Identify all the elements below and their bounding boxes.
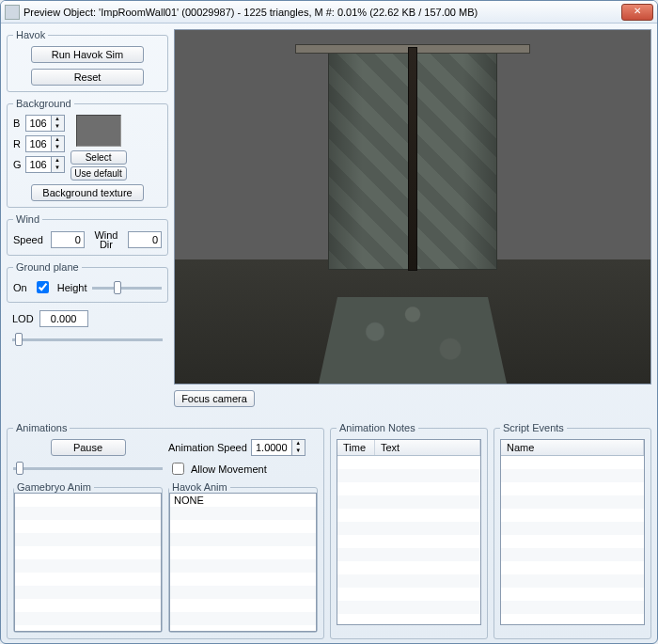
viewport-pillar <box>408 47 417 271</box>
window-title: Preview Object: 'ImpRoomWall01' (0002998… <box>24 7 621 18</box>
gamebryo-anim-group: Gamebryo Anim <box>13 481 163 633</box>
spin-down-icon[interactable]: ▼ <box>51 165 64 172</box>
anim-scrub-slider[interactable] <box>13 460 163 476</box>
gamebryo-anim-list[interactable] <box>14 493 162 632</box>
spin-up-icon[interactable]: ▲ <box>51 116 64 123</box>
animation-notes-group: Animation Notes Time Text <box>330 422 488 639</box>
ground-height-slider[interactable] <box>92 279 162 296</box>
spin-up-icon[interactable]: ▲ <box>51 136 64 144</box>
bg-r-label: R <box>13 138 22 149</box>
animations-legend: Animations <box>13 422 70 433</box>
havok-anim-none: NONE <box>170 494 316 631</box>
notes-legend: Animation Notes <box>337 422 418 433</box>
spin-down-icon[interactable]: ▼ <box>291 448 305 455</box>
events-list[interactable]: Name <box>500 439 645 625</box>
notes-list[interactable]: Time Text <box>337 439 481 625</box>
wind-legend: Wind <box>13 213 42 225</box>
bg-color-swatch[interactable] <box>76 115 121 147</box>
close-button[interactable]: ✕ <box>621 4 653 21</box>
lod-label: LOD <box>12 313 34 324</box>
havok-anim-group: Havok Anim NONE <box>168 481 318 633</box>
ground-legend: Ground plane <box>13 261 82 273</box>
lod-value: 0.000 <box>39 310 88 327</box>
bg-r-input[interactable]: ▲▼ <box>25 135 65 152</box>
reset-button[interactable]: Reset <box>31 69 144 86</box>
wind-speed-label: Speed <box>13 234 43 245</box>
havok-group: Havok Run Havok Sim Reset <box>7 29 168 92</box>
bg-select-button[interactable]: Select <box>70 150 127 165</box>
ground-on-checkbox[interactable] <box>37 281 49 293</box>
run-havok-button[interactable]: Run Havok Sim <box>31 46 144 63</box>
bg-g-input[interactable]: ▲▼ <box>25 156 65 173</box>
bottom-row: Animations Pause Gamebryo Anim <box>7 422 651 644</box>
client-area: Havok Run Havok Sim Reset Background B ▲… <box>1 24 657 643</box>
bg-g-label: G <box>13 159 22 170</box>
lod-slider[interactable] <box>12 331 163 416</box>
titlebar[interactable]: Preview Object: 'ImpRoomWall01' (0002998… <box>1 1 657 24</box>
ground-height-label: Height <box>57 282 87 293</box>
allow-movement-checkbox[interactable] <box>172 463 184 475</box>
app-icon <box>5 5 20 20</box>
spin-up-icon[interactable]: ▲ <box>291 440 305 448</box>
animations-group: Animations Pause Gamebryo Anim <box>7 422 324 639</box>
anim-speed-label: Animation Speed <box>168 442 247 453</box>
bg-b-label: B <box>13 118 22 129</box>
allow-movement-label: Allow Movement <box>191 463 267 475</box>
spin-down-icon[interactable]: ▼ <box>51 144 64 151</box>
events-col-name[interactable]: Name <box>501 440 644 455</box>
bg-default-button[interactable]: Use default <box>70 166 127 181</box>
focus-camera-button[interactable]: Focus camera <box>174 390 255 407</box>
events-legend: Script Events <box>500 422 567 433</box>
viewport-floor <box>319 297 507 384</box>
havok-anim-legend: Havok Anim <box>169 481 230 493</box>
bg-texture-button[interactable]: Background texture <box>31 184 144 201</box>
havok-legend: Havok <box>13 29 48 40</box>
ground-group: Ground plane On Height <box>7 261 168 303</box>
anim-speed-input[interactable]: ▲▼ <box>251 439 306 456</box>
notes-col-time[interactable]: Time <box>337 440 375 455</box>
preview-window: Preview Object: 'ImpRoomWall01' (0002998… <box>0 0 658 644</box>
pause-button[interactable]: Pause <box>51 439 126 456</box>
havok-anim-list[interactable]: NONE <box>169 493 317 632</box>
wind-dir-input[interactable] <box>128 231 162 248</box>
viewport-3d[interactable] <box>174 29 651 385</box>
background-group: Background B ▲▼ R ▲▼ G <box>7 98 168 208</box>
bg-b-input[interactable]: ▲▼ <box>25 115 65 132</box>
wind-speed-input[interactable] <box>51 231 85 248</box>
wind-dir-label: Wind Dir <box>92 230 120 249</box>
left-panel: Havok Run Havok Sim Reset Background B ▲… <box>7 29 168 416</box>
notes-col-text[interactable]: Text <box>375 440 480 455</box>
spin-down-icon[interactable]: ▼ <box>51 123 64 131</box>
background-legend: Background <box>13 98 74 109</box>
wind-group: Wind Speed Wind Dir <box>7 213 168 256</box>
spin-up-icon[interactable]: ▲ <box>51 157 64 165</box>
script-events-group: Script Events Name <box>494 422 651 639</box>
gamebryo-legend: Gamebryo Anim <box>14 481 94 493</box>
ground-on-label: On <box>13 282 27 293</box>
